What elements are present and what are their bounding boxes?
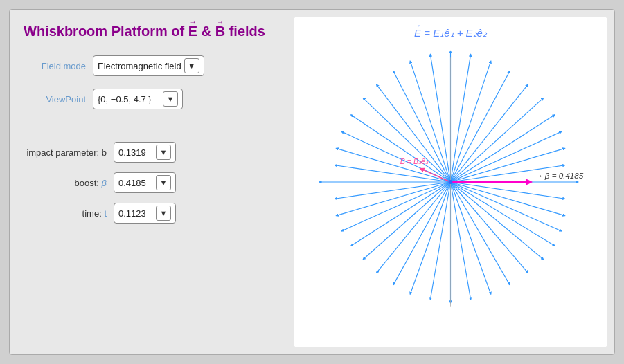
separator <box>24 129 280 129</box>
svg-text:B = B₃ê₃: B = B₃ê₃ <box>400 157 429 165</box>
impact-param-row: impact parameter: b 0.1319 ▼ <box>24 142 280 163</box>
impact-param-label: impact parameter: b <box>24 147 107 158</box>
svg-line-9 <box>451 84 528 182</box>
time-value: 0.1123 <box>118 208 153 219</box>
svg-line-32 <box>341 182 450 231</box>
impact-param-value: 0.1319 <box>118 147 153 158</box>
viewpoint-value: {0, −0.5, 4.7 } <box>98 94 160 104</box>
time-input[interactable]: 0.1123 ▼ <box>114 203 176 224</box>
svg-line-33 <box>336 182 450 216</box>
impact-param-arrow[interactable]: ▼ <box>156 145 171 160</box>
boost-label: boost: β <box>24 178 107 188</box>
svg-point-45 <box>449 180 453 184</box>
time-label: time: t <box>24 208 107 219</box>
svg-line-39 <box>351 115 451 182</box>
svg-text:→ β = 0.4185: → β = 0.4185 <box>535 171 584 180</box>
svg-line-30 <box>363 182 450 260</box>
impact-param-input[interactable]: 0.1319 ▼ <box>114 142 176 163</box>
svg-line-29 <box>377 182 451 273</box>
main-container: ⊕ Whiskbroom Platform of → E & → B field… <box>9 9 615 355</box>
svg-line-4 <box>377 84 451 182</box>
field-mode-dropdown[interactable]: Electromagnetic field ▼ <box>93 55 204 76</box>
svg-line-27 <box>410 182 450 294</box>
left-panel: Whiskbroom Platform of → E & → B fields … <box>10 10 294 354</box>
svg-line-34 <box>335 182 450 199</box>
svg-line-17 <box>451 182 565 216</box>
svg-line-19 <box>451 182 555 246</box>
viewpoint-row: ViewPoint {0, −0.5, 4.7 } ▼ <box>24 89 280 109</box>
svg-line-31 <box>351 182 451 246</box>
canvas-area: →E = E₁ê₁ + E₂ê₂ <box>294 17 607 347</box>
field-mode-label: Field mode <box>24 61 86 71</box>
time-row: time: t 0.1123 ▼ <box>24 203 280 224</box>
field-mode-arrow[interactable]: ▼ <box>184 58 199 73</box>
viewpoint-dropdown[interactable]: {0, −0.5, 4.7 } ▼ <box>93 89 183 109</box>
svg-line-18 <box>451 182 562 231</box>
time-arrow[interactable]: ▼ <box>156 206 171 221</box>
boost-arrow[interactable]: ▼ <box>156 175 171 190</box>
viewpoint-arrow[interactable]: ▼ <box>163 91 178 107</box>
app-title: Whiskbroom Platform of → E & → B fields <box>24 22 280 40</box>
boost-value: 0.4185 <box>118 178 153 188</box>
field-mode-value: Electromagnetic field <box>98 61 181 71</box>
field-visualization: B = B₃ê₃ → β = 0.4185 <box>294 17 607 347</box>
viewpoint-label: ViewPoint <box>24 94 86 104</box>
right-panel: →E = E₁ê₁ + E₂ê₂ <box>294 17 607 347</box>
field-mode-row: Field mode Electromagnetic field ▼ <box>24 55 280 76</box>
boost-row: boost: β 0.4185 ▼ <box>24 172 280 193</box>
boost-input[interactable]: 0.4185 ▼ <box>114 172 176 193</box>
svg-line-21 <box>451 182 528 273</box>
